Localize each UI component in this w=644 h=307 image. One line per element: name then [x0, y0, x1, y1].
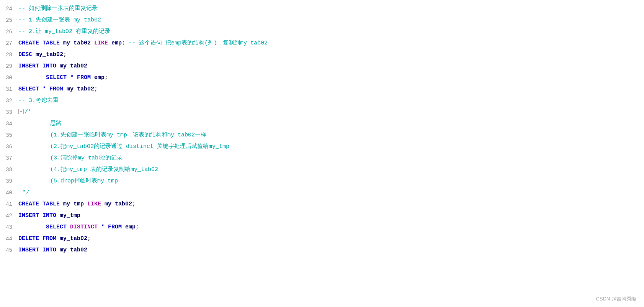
collapse-icon[interactable]: − [18, 109, 24, 114]
line-number: 42 [0, 210, 18, 221]
token-c-table: my_tab02 [67, 86, 94, 92]
token-c-keyword: TABLE [39, 40, 63, 46]
token-c-keyword: FROM [105, 224, 125, 230]
token-c-table: emp [125, 224, 136, 230]
line-number: 25 [0, 15, 18, 26]
line-content: CREATE TABLE my_tab02 LIKE emp; -- 这个语句 … [18, 38, 644, 49]
token-c-comment: -- 1.先创建一张表 [18, 17, 74, 23]
code-editor: 24-- 如何删除一张表的重复记录25-- 1.先创建一张表 my_tab022… [0, 0, 644, 307]
token-c-text: ; [63, 51, 67, 58]
line-content: (2.把my_tab02的记录通过 distinct 关键字处理后赋值给my_t… [18, 141, 644, 152]
token-c-chinese: (1.先创建一张临时表my_tmp，该表的结构和my_tab02一样 [23, 132, 206, 138]
token-c-table: my_tab02 [36, 51, 63, 58]
line-number: 31 [0, 84, 18, 95]
code-line: 41CREATE TABLE my_tmp LIKE my_tab02; [0, 199, 644, 210]
code-line: 39 (5.drop掉临时表my_tmp [0, 176, 644, 187]
code-line: 25-- 1.先创建一张表 my_tab02 [0, 15, 644, 26]
line-content: -- 2.让 my_tab02 有重复的记录 [18, 26, 644, 37]
line-number: 41 [0, 199, 18, 210]
code-line: 24-- 如何删除一张表的重复记录 [0, 3, 644, 15]
token-c-text: ; [136, 224, 139, 230]
token-c-keyword2: LIKE [91, 40, 111, 46]
token-c-star: * [42, 86, 46, 92]
token-c-comment: 有重复的记录 [72, 28, 110, 35]
token-c-chinese: (2.把my_tab02的记录通过 distinct 关键字处理后赋值给my_t… [23, 143, 229, 150]
token-c-comment: -- 3.考虑去重 [18, 97, 59, 104]
token-c-keyword: INTO [39, 247, 60, 253]
line-number: 28 [0, 49, 18, 60]
token-c-block-comment: */ [23, 189, 29, 196]
token-c-comment: my_tab02 [45, 28, 72, 35]
code-line: 42INSERT INTO my_tmp [0, 210, 644, 222]
token-c-keyword: SELECT [18, 74, 70, 81]
token-c-star: * [101, 224, 105, 230]
token-c-keyword: DESC [18, 51, 36, 58]
token-c-keyword: TABLE [39, 201, 63, 207]
code-line: 26-- 2.让 my_tab02 有重复的记录 [0, 26, 644, 38]
line-number: 35 [0, 130, 18, 141]
line-content: SELECT * FROM my_tab02; [18, 84, 644, 95]
token-c-table: emp [94, 74, 105, 81]
line-number: 27 [0, 38, 18, 49]
line-content: -- 3.考虑去重 [18, 95, 644, 106]
token-c-keyword2: LIKE [84, 201, 105, 207]
token-c-text: ; [132, 201, 136, 207]
token-c-keyword: FROM [74, 74, 94, 81]
token-c-text: ; [122, 40, 129, 46]
line-content: -- 1.先创建一张表 my_tab02 [18, 15, 644, 26]
line-content: (3.清除掉my_tab02的记录 [18, 153, 644, 164]
line-number: 45 [0, 245, 18, 256]
line-content: SELECT * FROM emp; [18, 72, 644, 83]
token-c-keyword: INTO [39, 63, 60, 69]
line-number: 36 [0, 141, 18, 152]
code-line: 34 思路 [0, 118, 644, 130]
token-c-keyword: INTO [39, 212, 60, 219]
code-line: 33−/* [0, 107, 644, 118]
token-c-chinese: 思路 [23, 120, 62, 127]
line-number: 29 [0, 61, 18, 72]
token-c-keyword: INSERT [18, 247, 39, 253]
code-line: 40*/ [0, 187, 644, 199]
token-c-text: ; [94, 86, 98, 92]
line-content: −/* [18, 107, 644, 118]
line-number: 30 [0, 72, 18, 83]
token-c-comment: -- 2.让 [18, 28, 45, 35]
code-line: 28DESC my_tab02; [0, 49, 644, 61]
token-c-table: my_tmp [63, 201, 84, 207]
token-c-chinese: (5.drop掉临时表my_tmp [23, 178, 118, 184]
token-c-keyword: FROM [46, 86, 67, 92]
token-c-keyword: CREATE [18, 201, 39, 207]
line-content: -- 如何删除一张表的重复记录 [18, 3, 644, 14]
token-c-keyword: INSERT [18, 212, 39, 219]
line-number: 39 [0, 176, 18, 187]
line-content: DESC my_tab02; [18, 49, 644, 60]
code-line: 36 (2.把my_tab02的记录通过 distinct 关键字处理后赋值给m… [0, 141, 644, 153]
token-c-table: my_tab02 [60, 247, 87, 253]
token-c-table: my_tab02 [105, 201, 132, 207]
token-c-keyword: CREATE [18, 40, 39, 46]
line-content: SELECT DISTINCT * FROM emp; [18, 222, 644, 233]
line-number: 26 [0, 26, 18, 37]
line-number: 38 [0, 164, 18, 175]
code-line: 27CREATE TABLE my_tab02 LIKE emp; -- 这个语… [0, 38, 644, 49]
token-c-text: ; [87, 235, 91, 242]
token-c-chinese: (4.把my_tmp 表的记录复制给my_tab02 [23, 166, 158, 173]
code-line: 45INSERT INTO my_tab02 [0, 245, 644, 256]
token-c-comment: my_tab02 [74, 17, 101, 23]
token-c-star: * [70, 74, 74, 81]
token-c-keyword: SELECT [18, 224, 70, 230]
line-content: (1.先创建一张临时表my_tmp，该表的结构和my_tab02一样 [18, 130, 644, 141]
token-c-chinese: (3.清除掉my_tab02的记录 [23, 155, 123, 161]
line-content: CREATE TABLE my_tmp LIKE my_tab02; [18, 199, 644, 210]
code-line: 43 SELECT DISTINCT * FROM emp; [0, 222, 644, 233]
code-line: 29INSERT INTO my_tab02 [0, 61, 644, 72]
token-c-comment: -- 这个语句 把emp表的结构(列)，复制到my_tab02 [129, 40, 268, 46]
token-c-keyword: INSERT [18, 63, 39, 69]
code-line: 37 (3.清除掉my_tab02的记录 [0, 153, 644, 164]
code-line: 44DELETE FROM my_tab02; [0, 233, 644, 245]
code-line: 38 (4.把my_tmp 表的记录复制给my_tab02 [0, 164, 644, 176]
token-c-table: my_tab02 [60, 235, 87, 242]
token-c-keyword: DELETE [18, 235, 39, 242]
token-c-comment: -- 如何删除一张表的重复记录 [18, 5, 98, 12]
line-number: 44 [0, 233, 18, 244]
